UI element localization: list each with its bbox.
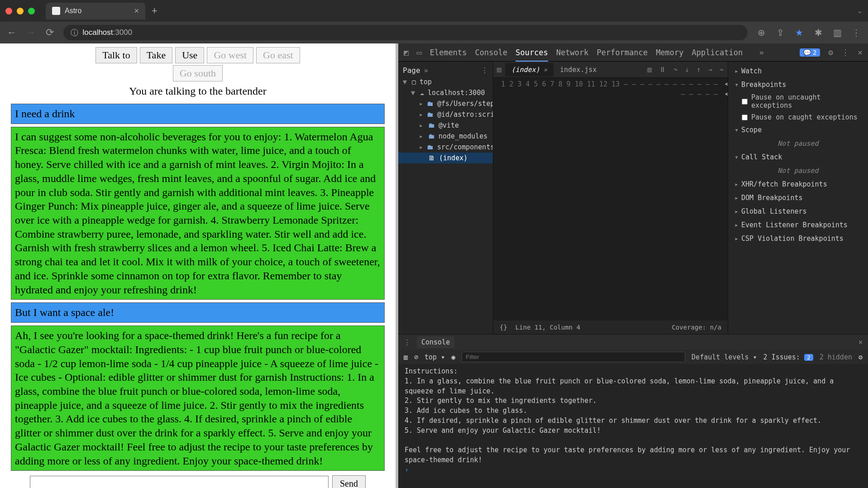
url-host: localhost [82,28,113,37]
devtools-menu-icon[interactable]: ⋮ [841,48,849,57]
file-nav-icon[interactable]: ▥ [493,65,505,74]
console-issues-label[interactable]: 2 Issues: 2 [763,353,813,361]
sidepanel-icon[interactable]: ▥ [832,27,843,38]
tree-item[interactable]: ▸🖿 src/components [398,142,493,153]
share-icon[interactable]: ⇪ [775,27,786,38]
navigator-menu-icon[interactable]: ⋮ [481,66,488,75]
step-out-icon[interactable]: ↑ [693,65,705,74]
watch-section[interactable]: ▸Watch [728,64,868,78]
event-bp-section[interactable]: ▸Event Listener Breakpoints [728,218,868,232]
deactivate-bp-icon[interactable]: ⌁ [716,65,728,74]
settings-icon[interactable]: ⚙ [828,48,833,57]
dom-bp-section[interactable]: ▸DOM Breakpoints [728,191,868,205]
close-window-icon[interactable] [5,8,12,14]
execution-context[interactable]: top ▾ [424,353,445,361]
tab-overflow-icon[interactable]: ⌄ [857,7,863,14]
browser-toolbar: ← → ⟳ ⓘ localhost:3000 ⊕ ⇪ ★ ✱ ▥ ⋮ [0,22,868,43]
chat-input[interactable] [30,476,329,488]
toggle-sidebar-icon[interactable]: ▥ [644,65,655,74]
console-drawer: ⋮ Console × ▥ ⊘ top ▾ ◉ Default levels ▾… [398,334,868,488]
devtools-tab-network[interactable]: Network [556,48,589,57]
file-tab[interactable]: (index) × [505,63,554,77]
issues-badge[interactable]: 💬 2 [800,48,820,57]
file-tab[interactable]: index.jsx [553,63,603,77]
minimize-window-icon[interactable] [17,8,24,14]
step-into-icon[interactable]: ↓ [681,65,693,74]
sources-navigator: Page » ⋮ ▼▢ top ▼☁ localhost:3000 ▸🖿 @fs… [398,62,493,334]
device-toggle-icon[interactable]: ▭ [417,48,422,57]
tree-item[interactable]: 🗎 (index) [398,153,493,163]
new-tab-button[interactable]: + [152,5,157,17]
braces-icon[interactable]: {} [500,324,507,331]
devtools-tab-performance[interactable]: Performance [597,48,648,57]
console-prompt-icon[interactable]: › [405,466,409,474]
browser-tab-strip: Astro × + ⌄ [0,0,868,22]
more-tabs-icon[interactable]: » [759,48,764,57]
xhr-bp-section[interactable]: ▸XHR/fetch Breakpoints [728,177,868,191]
inspect-icon[interactable]: ◩ [404,48,409,57]
go-west-button: Go west [207,47,253,63]
tree-item[interactable]: ▸🖿 @fs/Users/stepha [398,98,493,109]
devtools-tab-console[interactable]: Console [475,48,508,57]
send-button[interactable]: Send [332,475,366,488]
console-sidebar-icon[interactable]: ▥ [404,353,408,361]
reload-button[interactable]: ⟳ [44,27,55,38]
devtools-tab-elements[interactable]: Elements [430,48,467,57]
page-content: Talk to Take Use Go west Go east Go sout… [0,43,398,488]
close-tab-icon[interactable]: × [134,6,139,16]
talk-to-button[interactable]: Talk to [95,47,137,63]
live-expression-icon[interactable]: ◉ [451,353,455,361]
address-bar[interactable]: ⓘ localhost:3000 [63,25,748,40]
breakpoints-section[interactable]: ▾Breakpoints [728,78,868,91]
devtools-tab-sources[interactable]: Sources [515,48,548,62]
take-button[interactable]: Take [140,47,172,63]
go-east-button: Go east [256,47,300,63]
step-icon[interactable]: → [705,65,716,74]
console-filter-input[interactable] [462,352,685,362]
editor-status-bar: {} Line 11, Column 4 Coverage: n/a [493,321,728,334]
drawer-menu-icon[interactable]: ⋮ [404,338,410,346]
console-output[interactable]: Instructions: 1. In a glass, combine the… [398,364,868,488]
chat-input-row: Send [30,475,366,488]
zoom-icon[interactable]: ⊕ [756,27,767,38]
back-button[interactable]: ← [6,27,17,38]
maximize-window-icon[interactable] [28,8,35,14]
url-port: :3000 [113,28,133,37]
code-content[interactable]: <!DOCTYPE html> <html lang="en" style="h… [722,78,728,321]
user-message: I need a drink [11,104,385,124]
bp-uncaught-checkbox[interactable]: Pause on uncaught exceptions [728,91,868,111]
close-drawer-icon[interactable]: × [858,338,863,346]
user-message: But I want a space ale! [11,302,385,323]
close-file-icon[interactable]: × [544,66,547,73]
navigator-page-tab[interactable]: Page » ⋮ [398,64,493,77]
browser-tab[interactable]: Astro × [46,3,145,19]
devtools-tab-memory[interactable]: Memory [656,48,683,57]
bookmark-star-icon[interactable]: ★ [794,27,805,38]
tree-item[interactable]: ▸🖿 @id/astro:scripts [398,109,493,120]
tab-title: Astro [65,7,81,15]
tree-host[interactable]: ▼☁ localhost:3000 [398,87,493,98]
scope-section[interactable]: ▾Scope [728,123,868,137]
csp-bp-section[interactable]: ▸CSP Violation Breakpoints [728,232,868,245]
close-devtools-icon[interactable]: × [858,48,863,57]
go-south-button: Go south [173,65,223,81]
chrome-menu-icon[interactable]: ⋮ [851,27,862,38]
drawer-tab-console[interactable]: Console [417,336,454,348]
devtools-tab-application[interactable]: Application [692,48,743,57]
global-listeners-section[interactable]: ▸Global Listeners [728,205,868,218]
use-button[interactable]: Use [175,47,204,63]
tree-top[interactable]: ▼▢ top [398,77,493,87]
pause-icon[interactable]: ⏸ [655,65,670,74]
console-settings-icon[interactable]: ⚙ [858,353,863,361]
console-toolbar: ▥ ⊘ top ▾ ◉ Default levels ▾ 2 Issues: 2… [398,350,868,364]
extensions-icon[interactable]: ✱ [813,27,824,38]
tree-item[interactable]: ▸🖿 node_modules [398,131,493,142]
step-over-icon[interactable]: ↷ [670,65,682,74]
log-levels-dropdown[interactable]: Default levels ▾ [692,353,757,361]
site-info-icon[interactable]: ⓘ [71,28,78,38]
callstack-section[interactable]: ▾Call Stack [728,150,868,164]
bot-message: Ah, I see you're looking for a space-the… [11,325,385,471]
clear-console-icon[interactable]: ⊘ [414,353,418,361]
bp-caught-checkbox[interactable]: Pause on caught exceptions [728,111,868,123]
tree-item[interactable]: ▸🖿 @vite [398,120,493,131]
